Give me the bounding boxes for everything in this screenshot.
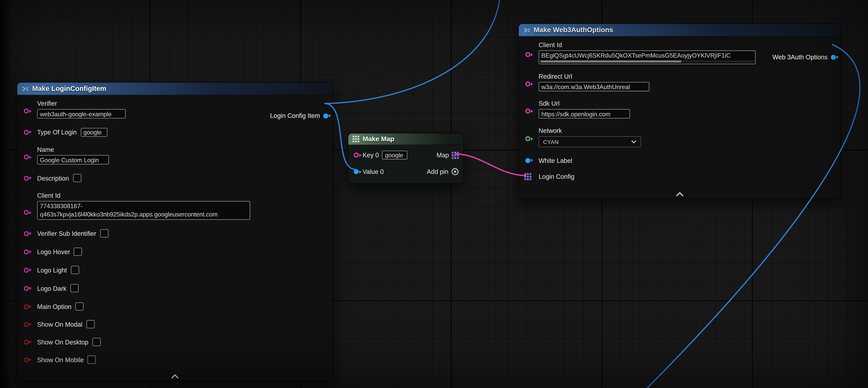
key-0-label: Key 0 (363, 151, 379, 159)
redirect-url-pin[interactable] (525, 82, 530, 86)
verifier-sub-identifier-pin[interactable] (24, 231, 29, 236)
logo-hover-pin[interactable] (24, 249, 29, 254)
field-show-on-desktop: Show On Desktop (23, 337, 327, 347)
map-node-icon (352, 136, 359, 142)
collapse-chevron[interactable] (170, 375, 179, 379)
node-make-map[interactable]: Make Map Key 0 Map (348, 133, 464, 184)
field-sdk-url: Sdk Url (524, 100, 835, 118)
show-on-mobile-checkbox[interactable] (88, 355, 96, 364)
show-on-desktop-pin[interactable] (24, 339, 29, 345)
logo-hover-input[interactable] (74, 247, 82, 256)
logo-light-label: Logo Light (37, 266, 67, 274)
field-logo-hover: Logo Hover (23, 247, 327, 257)
map-key-row: Key 0 Map (352, 149, 459, 161)
wire-loginconfigitem-to-offscreen-top[interactable] (324, 0, 500, 103)
value-0-label: Value 0 (363, 168, 384, 176)
wire-map-to-login-config[interactable] (455, 154, 526, 176)
client-id-label: Client Id (37, 191, 250, 199)
add-pin-button[interactable] (451, 168, 459, 176)
redirect-url-input[interactable] (539, 82, 649, 91)
show-on-mobile-pin[interactable] (24, 357, 29, 362)
description-input[interactable] (73, 174, 81, 182)
type-of-login-pin[interactable] (24, 129, 29, 135)
field-logo-dark: Logo Dark (23, 283, 327, 293)
show-on-mobile-label: Show On Mobile (37, 356, 84, 363)
field-description: Description (23, 173, 327, 183)
show-on-modal-checkbox[interactable] (86, 320, 95, 328)
verifier-sub-identifier-input[interactable] (100, 229, 108, 238)
horizontal-scrollbar-thumb[interactable] (540, 60, 681, 62)
client-id-label: Client Id (539, 41, 756, 49)
client-id-pin[interactable] (24, 210, 29, 215)
field-client-id: Client Id 774338308167-q463s7kpvja16l4l0… (23, 191, 327, 220)
node-header-make-loginconfigitem[interactable]: Make LoginConfigItem (17, 82, 333, 95)
logo-dark-pin[interactable] (24, 286, 29, 291)
collapse-chevron[interactable] (675, 192, 684, 197)
field-verifier-sub-identifier: Verifier Sub Identifier (23, 229, 327, 238)
key-0-input[interactable] (382, 151, 408, 159)
main-option-label: Main Option (37, 303, 71, 310)
verifier-input[interactable] (37, 109, 126, 118)
description-pin[interactable] (24, 176, 29, 180)
show-on-desktop-label: Show On Desktop (37, 338, 88, 346)
type-of-login-label: Type Of Login (37, 128, 77, 136)
network-selected-value: CYAN (543, 139, 559, 145)
login-config-pin[interactable] (524, 173, 532, 180)
client-id-input[interactable]: 774338308167-q463s7kpvja16l4l0kko3nb925i… (37, 201, 250, 220)
map-value-row: Value 0 Add pin (352, 166, 459, 178)
network-label: Network (539, 127, 641, 135)
client-id-input[interactable]: BEglQSgt4cUWcj6SKRdu5QkOXTsePmMcusG5EAoy… (539, 51, 756, 64)
verifier-pin[interactable] (24, 109, 29, 113)
verifier-label: Verifier (37, 100, 126, 108)
field-show-on-mobile: Show On Mobile (23, 355, 327, 364)
logo-light-pin[interactable] (24, 268, 29, 272)
node-title: Make Map (363, 135, 394, 143)
field-name: Name (23, 146, 327, 165)
map-output-pin[interactable] (452, 151, 459, 159)
show-on-desktop-checkbox[interactable] (92, 338, 100, 346)
type-of-login-input[interactable] (81, 127, 107, 137)
node-make-loginconfigitem[interactable]: Make LoginConfigItem Login Config Item V… (17, 82, 333, 381)
node-header-make-web3authoptions[interactable]: Make Web3AuthOptions (519, 24, 840, 37)
client-id-pin[interactable] (525, 52, 530, 57)
blueprint-canvas[interactable]: Make LoginConfigItem Login Config Item V… (0, 0, 868, 388)
network-pin[interactable] (525, 136, 530, 141)
name-pin[interactable] (24, 155, 29, 159)
name-input[interactable] (37, 155, 109, 165)
show-on-modal-label: Show On Modal (37, 320, 82, 328)
network-dropdown[interactable]: CYAN (539, 136, 641, 147)
horizontal-scrollbar-track[interactable] (540, 60, 754, 62)
login-config-item-output-pin[interactable] (323, 113, 328, 118)
node-title: Make Web3AuthOptions (533, 26, 613, 34)
field-redirect-url: Redirect Url (524, 72, 835, 91)
name-label: Name (37, 146, 109, 153)
login-config-label: Login Config (539, 173, 574, 180)
output-pin-label: Web 3Auth Options (772, 53, 828, 61)
output-row-web3auth-options: Web 3Auth Options (772, 53, 836, 61)
make-struct-node-icon (22, 85, 29, 92)
white-label-pin[interactable] (525, 158, 530, 163)
logo-light-input[interactable] (71, 266, 79, 274)
key-0-pin[interactable] (354, 153, 359, 157)
node-header-make-map[interactable]: Make Map (348, 133, 463, 145)
sdk-url-pin[interactable] (525, 109, 530, 113)
output-row-login-config-item: Login Config Item (270, 112, 328, 119)
main-option-checkbox[interactable] (75, 302, 84, 310)
field-logo-light: Logo Light (23, 265, 327, 275)
map-output-label: Map (437, 151, 449, 159)
main-option-pin[interactable] (24, 304, 29, 309)
description-label: Description (37, 174, 69, 182)
white-label-label: White Label (539, 156, 572, 164)
show-on-modal-pin[interactable] (24, 322, 29, 327)
logo-dark-label: Logo Dark (37, 284, 66, 292)
add-pin-label: Add pin (427, 168, 448, 176)
node-make-web3authoptions[interactable]: Make Web3AuthOptions Web 3Auth Options C… (518, 23, 841, 199)
web-3auth-options-output-pin[interactable] (831, 55, 836, 60)
field-type-of-login: Type Of Login (23, 127, 327, 137)
field-network: Network CYAN (524, 127, 835, 147)
sdk-url-input[interactable] (539, 109, 630, 118)
field-show-on-modal: Show On Modal (23, 320, 327, 329)
logo-dark-input[interactable] (70, 284, 79, 292)
chevron-down-icon (631, 140, 637, 144)
redirect-url-label: Redirect Url (539, 72, 649, 80)
